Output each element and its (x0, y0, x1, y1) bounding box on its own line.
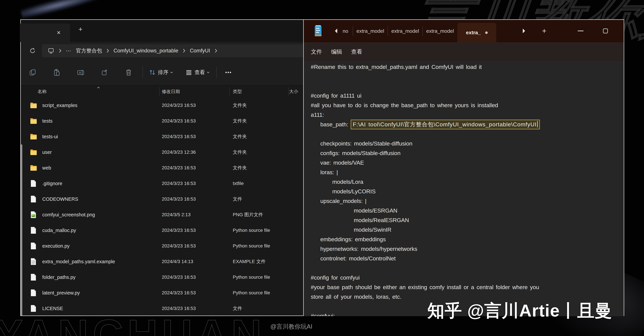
this-pc-icon[interactable] (48, 47, 54, 54)
file-type: Python source file (233, 243, 270, 249)
minimize-icon[interactable] (575, 26, 586, 36)
column-header-name[interactable]: 名称 (38, 89, 46, 95)
notepad-tab-active[interactable]: extra_ (457, 23, 496, 42)
table-row[interactable]: script_examples2024/3/23 16:53文件夹 (21, 97, 315, 113)
file-icon (30, 304, 38, 312)
breadcrumb-overflow-button[interactable]: ⋯ (66, 48, 72, 54)
column-header-date[interactable]: 修改日期 (162, 89, 180, 95)
table-row[interactable]: LICENSE2024/3/23 16:53文件 (21, 300, 315, 315)
editor-line: checkpoints: models/Stable-diffusion (311, 139, 624, 148)
folder-icon (30, 117, 38, 125)
file-name[interactable]: web (42, 165, 51, 171)
scrollbar[interactable] (21, 144, 22, 315)
file-date: 2024/3/23 16:53 (162, 118, 196, 124)
chevron-right-icon (59, 49, 62, 53)
maximize-icon[interactable] (600, 26, 611, 36)
file-date: 2024/3/23 16:53 (162, 290, 196, 295)
toolbar-divider (142, 67, 143, 78)
breadcrumb-item[interactable]: 官方整合包 (76, 47, 102, 54)
table-row[interactable]: folder_paths.py2024/3/23 16:53Python sou… (21, 269, 315, 285)
editor-line: models/Lora (311, 177, 624, 187)
column-header-type[interactable]: 类型 (233, 89, 242, 95)
editor-line: models/RealESRGAN (311, 215, 624, 225)
editor-line: #all you have to do is change the base_p… (311, 100, 624, 110)
table-row[interactable]: extra_model_paths.yaml.example2024/4/3 1… (21, 254, 315, 269)
column-header-size[interactable]: 大小 (289, 89, 298, 95)
file-name[interactable]: execution.py (42, 243, 70, 249)
editor-line: #Rename this to extra_model_paths.yaml a… (311, 62, 624, 72)
table-row[interactable]: comfyui_screenshot.png2024/3/5 2:13PNG 图… (21, 207, 315, 222)
paste-icon[interactable] (53, 69, 60, 76)
file-date: 2024/3/23 12:36 (162, 149, 196, 155)
file-name[interactable]: folder_paths.py (42, 274, 76, 280)
file-type: 文件 (233, 305, 242, 312)
new-tab-button[interactable]: + (76, 26, 84, 33)
editor-line: models/ESRGAN (311, 206, 624, 215)
notepad-editor[interactable]: #Rename this to extra_model_paths.yaml a… (304, 61, 624, 316)
file-name[interactable]: user (42, 149, 52, 155)
tab-scroll-right-icon[interactable] (522, 27, 526, 35)
menu-item[interactable]: 文件 (306, 48, 326, 56)
file-name[interactable]: CODEOWNERS (42, 196, 78, 202)
notepad-tab-label: extra_model (356, 28, 384, 34)
file-icon (30, 195, 38, 203)
file-name[interactable]: tests-ui (42, 134, 58, 139)
svg-text:A: A (79, 71, 81, 74)
file-type: txtfile (233, 181, 244, 186)
file-name[interactable]: tests (42, 118, 52, 124)
editor-line: configs: models/Stable-diffusion (311, 148, 624, 158)
table-row[interactable]: CODEOWNERS2024/3/23 16:53文件 (21, 191, 315, 207)
breadcrumb-item[interactable]: ComfyUI_windows_portable (114, 48, 178, 54)
copy-icon[interactable] (29, 69, 36, 76)
notepad-tab[interactable]: extra_model (353, 20, 388, 42)
file-name[interactable]: LICENSE (42, 306, 63, 311)
notepad-tab-label: extra_ (466, 30, 481, 36)
notepad-new-tab-button[interactable]: + (540, 27, 548, 35)
file-name[interactable]: script_examples (42, 102, 78, 108)
notepad-tab[interactable]: extra_model (388, 20, 422, 42)
rename-icon[interactable]: A (77, 69, 84, 76)
breadcrumb-item[interactable]: ComfyUI (190, 48, 210, 54)
editor-line: models/LyCORIS (311, 187, 624, 196)
delete-icon[interactable] (125, 69, 132, 76)
sort-button[interactable]: 排序 (149, 69, 173, 76)
file-icon (30, 180, 38, 188)
explorer-toolbar: A 排序 (21, 60, 315, 86)
unsaved-changes-dot (485, 31, 488, 34)
table-row[interactable]: tests2024/3/23 16:53文件夹 (21, 113, 315, 129)
table-row[interactable]: latent_preview.py2024/3/23 16:53Python s… (21, 285, 315, 300)
table-row[interactable]: user2024/3/23 12:36文件夹 (21, 144, 315, 160)
sort-ascending-icon (96, 85, 100, 90)
file-name[interactable]: .gitignore (42, 181, 62, 186)
notepad-tab-label: extra_model (391, 28, 419, 34)
close-tab-icon[interactable]: ✕ (55, 29, 62, 36)
table-row[interactable]: .gitignore2024/3/23 16:53txtfile (21, 176, 315, 191)
file-name[interactable]: extra_model_paths.yaml.example (42, 259, 115, 264)
menu-item[interactable]: 查看 (347, 48, 367, 56)
table-row[interactable]: cuda_malloc.py2024/3/23 16:53Python sour… (21, 222, 315, 238)
menu-item[interactable]: 编辑 (326, 48, 347, 56)
refresh-icon[interactable] (29, 47, 36, 54)
file-type: 文件夹 (233, 118, 247, 124)
notepad-tab[interactable]: no (343, 20, 353, 42)
editor-line (311, 263, 624, 273)
explorer-address-bar: ⋯ 官方整合包ComfyUI_windows_portableComfyUI (21, 42, 315, 60)
explorer-active-tab[interactable]: ✕ (20, 24, 70, 42)
notepad-tab[interactable]: extra_model (423, 20, 457, 42)
more-options-icon[interactable] (224, 69, 232, 76)
table-row[interactable]: tests-ui2024/3/23 16:53文件夹 (21, 129, 315, 144)
table-row[interactable]: web2024/3/23 16:53文件夹 (21, 160, 315, 176)
share-icon[interactable] (101, 69, 108, 76)
breadcrumb[interactable]: ⋯ 官方整合包ComfyUI_windows_portableComfyUI (42, 44, 315, 57)
file-name[interactable]: latent_preview.py (42, 290, 80, 295)
notepad-app-icon (314, 25, 323, 38)
tab-scroll-left-icon[interactable] (334, 27, 338, 35)
file-date: 2024/3/23 16:53 (162, 228, 196, 233)
file-name[interactable]: comfyui_screenshot.png (42, 212, 95, 217)
file-name[interactable]: cuda_malloc.py (42, 228, 76, 233)
folder-icon (30, 101, 38, 109)
file-date: 2024/3/23 16:53 (162, 134, 196, 139)
editor-line: embeddings: embeddings (311, 235, 624, 244)
table-row[interactable]: execution.py2024/3/23 16:53Python source… (21, 238, 315, 254)
view-button[interactable]: 查看 (186, 69, 210, 76)
